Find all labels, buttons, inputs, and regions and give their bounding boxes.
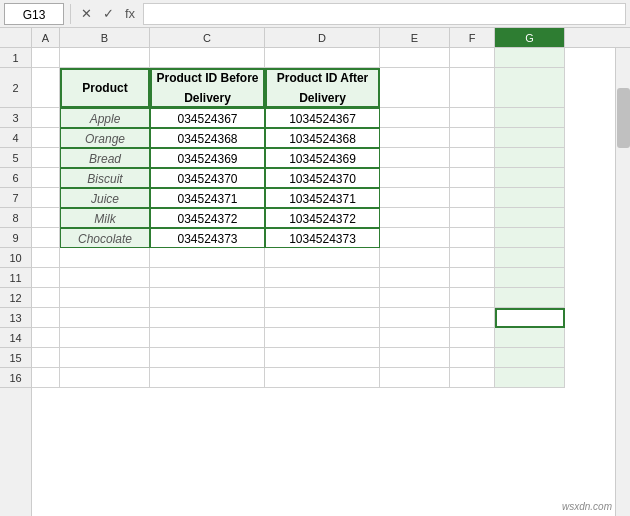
cell-e2[interactable] [380,68,450,108]
cell-a14[interactable] [32,328,60,348]
row-header-6[interactable]: 6 [0,168,31,188]
row-header-10[interactable]: 10 [0,248,31,268]
cell-reference-box[interactable]: G13 [4,3,64,25]
cell-d14[interactable] [265,328,380,348]
cell-f8[interactable] [450,208,495,228]
cell-b13[interactable] [60,308,150,328]
row-header-4[interactable]: 4 [0,128,31,148]
col-header-f[interactable]: F [450,28,495,47]
cell-d6[interactable]: 1034524370 [265,168,380,188]
formula-input[interactable] [143,3,626,25]
cell-f12[interactable] [450,288,495,308]
col-header-d[interactable]: D [265,28,380,47]
cell-f13[interactable] [450,308,495,328]
row-header-3[interactable]: 3 [0,108,31,128]
cell-c10[interactable] [150,248,265,268]
cell-a2[interactable] [32,68,60,108]
cell-d4[interactable]: 1034524368 [265,128,380,148]
cell-g13-selected[interactable] [495,308,565,328]
cell-c6[interactable]: 034524370 [150,168,265,188]
cell-f1[interactable] [450,48,495,68]
cell-e16[interactable] [380,368,450,388]
cell-c7[interactable]: 034524371 [150,188,265,208]
cell-c9[interactable]: 034524373 [150,228,265,248]
col-header-b[interactable]: B [60,28,150,47]
cell-d2-header[interactable]: Product ID After Delivery [265,68,380,108]
cell-g8[interactable] [495,208,565,228]
cell-g14[interactable] [495,328,565,348]
cell-c3[interactable]: 034524367 [150,108,265,128]
cell-f11[interactable] [450,268,495,288]
cell-b7[interactable]: Juice [60,188,150,208]
cell-g4[interactable] [495,128,565,148]
cell-g6[interactable] [495,168,565,188]
cell-b10[interactable] [60,248,150,268]
row-header-2[interactable]: 2 [0,68,31,108]
scrollbar-track[interactable] [615,48,630,516]
cell-f14[interactable] [450,328,495,348]
cell-e6[interactable] [380,168,450,188]
confirm-icon[interactable]: ✓ [99,6,117,21]
row-header-1[interactable]: 1 [0,48,31,68]
cell-d11[interactable] [265,268,380,288]
cell-f3[interactable] [450,108,495,128]
cell-g1[interactable] [495,48,565,68]
cell-g5[interactable] [495,148,565,168]
cell-b8[interactable]: Milk [60,208,150,228]
cell-a7[interactable] [32,188,60,208]
cell-f6[interactable] [450,168,495,188]
cell-e8[interactable] [380,208,450,228]
cell-f5[interactable] [450,148,495,168]
cell-c12[interactable] [150,288,265,308]
cell-a9[interactable] [32,228,60,248]
row-header-7[interactable]: 7 [0,188,31,208]
cell-d8[interactable]: 1034524372 [265,208,380,228]
cell-b3[interactable]: Apple [60,108,150,128]
col-header-e[interactable]: E [380,28,450,47]
cell-e5[interactable] [380,148,450,168]
cell-d9[interactable]: 1034524373 [265,228,380,248]
cell-g2[interactable] [495,68,565,108]
cell-c1[interactable] [150,48,265,68]
cell-a3[interactable] [32,108,60,128]
cancel-icon[interactable]: ✕ [77,6,95,21]
cell-e4[interactable] [380,128,450,148]
cell-d13[interactable] [265,308,380,328]
cell-b4[interactable]: Orange [60,128,150,148]
cell-f7[interactable] [450,188,495,208]
cell-d7[interactable]: 1034524371 [265,188,380,208]
col-header-g[interactable]: G [495,28,565,47]
cell-e14[interactable] [380,328,450,348]
cell-f15[interactable] [450,348,495,368]
cell-a15[interactable] [32,348,60,368]
cell-a5[interactable] [32,148,60,168]
cell-a16[interactable] [32,368,60,388]
cell-d10[interactable] [265,248,380,268]
row-header-14[interactable]: 14 [0,328,31,348]
cell-c2-header[interactable]: Product ID Before Delivery [150,68,265,108]
cell-c5[interactable]: 034524369 [150,148,265,168]
cell-f2[interactable] [450,68,495,108]
cell-c8[interactable]: 034524372 [150,208,265,228]
cell-e7[interactable] [380,188,450,208]
scrollbar-thumb[interactable] [617,88,630,148]
col-header-a[interactable]: A [32,28,60,47]
cell-b1[interactable] [60,48,150,68]
row-header-8[interactable]: 8 [0,208,31,228]
cell-g12[interactable] [495,288,565,308]
cell-b6[interactable]: Biscuit [60,168,150,188]
row-header-11[interactable]: 11 [0,268,31,288]
cell-e1[interactable] [380,48,450,68]
cell-e3[interactable] [380,108,450,128]
col-header-c[interactable]: C [150,28,265,47]
cell-f4[interactable] [450,128,495,148]
cell-a6[interactable] [32,168,60,188]
cell-g7[interactable] [495,188,565,208]
cell-c16[interactable] [150,368,265,388]
cell-b11[interactable] [60,268,150,288]
cell-b5[interactable]: Bread [60,148,150,168]
cell-a12[interactable] [32,288,60,308]
cell-b14[interactable] [60,328,150,348]
cell-d16[interactable] [265,368,380,388]
cell-e13[interactable] [380,308,450,328]
